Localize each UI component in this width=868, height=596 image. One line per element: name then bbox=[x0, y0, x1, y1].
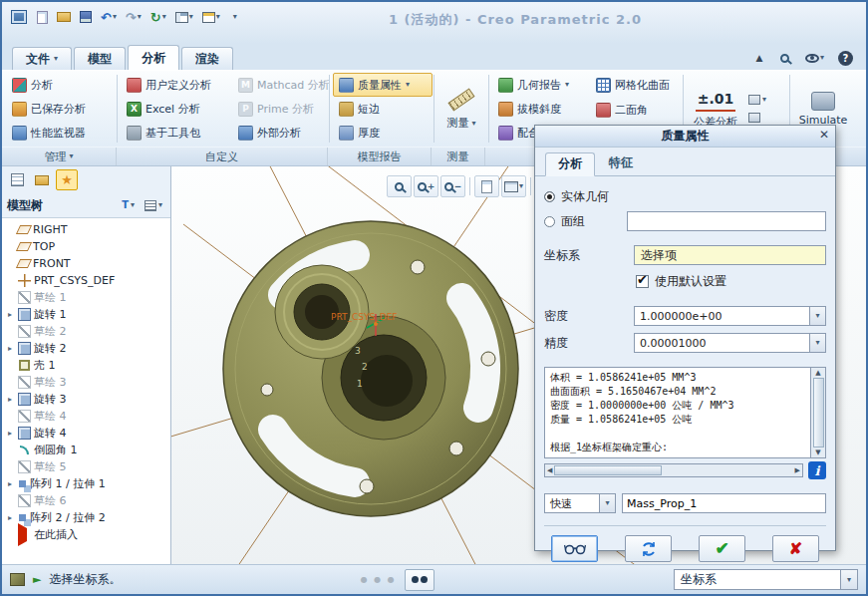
tree-filter-button[interactable]: T▾ bbox=[119, 198, 138, 212]
scrollbar-thumb[interactable] bbox=[554, 465, 662, 475]
search-button[interactable] bbox=[776, 48, 794, 68]
tolerance-option-button[interactable]: ▾ bbox=[746, 93, 768, 107]
regenerate-button[interactable]: ↻▾ bbox=[147, 7, 169, 27]
tree-item-insert-here[interactable]: 在此插入 bbox=[2, 526, 170, 543]
expand-icon[interactable]: ▸ bbox=[5, 344, 15, 353]
folder-browser-tab-button[interactable] bbox=[31, 169, 53, 190]
part-model[interactable] bbox=[223, 221, 518, 516]
tree-item[interactable]: ▸阵列 1 / 拉伸 1 bbox=[2, 475, 170, 492]
quilt-collector-input[interactable] bbox=[627, 211, 826, 231]
saved-analysis-button[interactable]: 已保存分析 bbox=[6, 97, 114, 121]
csys-collector[interactable]: 选择项 bbox=[634, 245, 826, 265]
window-button[interactable]: ▾ bbox=[199, 7, 223, 27]
quick-access-options-button[interactable]: ▾ bbox=[226, 7, 244, 27]
tree-item[interactable]: 草绘 2 bbox=[2, 323, 170, 340]
tree-item[interactable]: ▸旋转 1 bbox=[2, 306, 170, 323]
scroll-up-icon[interactable]: ▲ bbox=[815, 369, 820, 377]
analysis-name-input[interactable] bbox=[622, 493, 826, 513]
tree-settings-button[interactable]: ▾ bbox=[142, 198, 165, 213]
tab-file[interactable]: 文件▾ bbox=[12, 47, 72, 70]
info-icon[interactable]: i bbox=[808, 461, 826, 479]
expand-icon[interactable]: ▸ bbox=[5, 479, 15, 488]
chevron-down-icon[interactable]: ▾ bbox=[189, 13, 193, 21]
scroll-right-icon[interactable]: ▶ bbox=[795, 466, 800, 474]
external-analysis-button[interactable]: 外部分析 bbox=[232, 121, 328, 145]
close-icon[interactable]: ✕ bbox=[819, 128, 829, 142]
tree-item[interactable]: 草绘 1 bbox=[2, 289, 170, 306]
repaint-button[interactable] bbox=[474, 175, 499, 197]
tree-item[interactable]: RIGHT bbox=[2, 221, 170, 238]
toolkit-based-button[interactable]: 基于工具包 bbox=[121, 121, 232, 145]
radio-solid-geometry[interactable] bbox=[544, 191, 555, 202]
chevron-down-icon[interactable]: ▾ bbox=[809, 333, 826, 353]
model-display-button[interactable]: ▾ bbox=[172, 7, 196, 27]
tree-item[interactable]: 倒圆角 1 bbox=[2, 442, 170, 458]
tree-item[interactable]: ▸阵列 2 / 拉伸 2 bbox=[2, 509, 170, 526]
tree-item[interactable]: ▸旋转 2 bbox=[2, 340, 170, 357]
tab-analysis[interactable]: 分析 bbox=[128, 45, 179, 70]
creo-app-button[interactable] bbox=[8, 7, 30, 27]
dialog-tab-analysis[interactable]: 分析 bbox=[545, 152, 595, 176]
draft-analysis-button[interactable]: 拔模斜度 bbox=[492, 97, 590, 121]
analysis-button[interactable]: 分析 bbox=[6, 73, 114, 97]
tree-item[interactable]: TOP bbox=[2, 238, 170, 255]
expand-icon[interactable]: ▸ bbox=[5, 513, 15, 522]
selection-filter[interactable]: 坐标系 ▾ bbox=[674, 569, 858, 590]
scroll-down-icon[interactable]: ▼ bbox=[815, 448, 820, 456]
prime-analysis-button[interactable]: PPrime 分析 bbox=[232, 97, 328, 121]
save-button[interactable] bbox=[77, 7, 95, 27]
chevron-down-icon[interactable]: ▾ bbox=[162, 13, 166, 21]
chevron-down-icon[interactable]: ▾ bbox=[406, 81, 410, 89]
repeat-button[interactable] bbox=[625, 535, 672, 562]
chevron-down-icon[interactable]: ▾ bbox=[565, 81, 569, 89]
tree-item[interactable]: 草绘 5 bbox=[2, 458, 170, 475]
thickness-button[interactable]: 厚度 bbox=[333, 121, 433, 145]
scrollbar-thumb[interactable] bbox=[813, 378, 824, 447]
new-file-button[interactable] bbox=[33, 7, 51, 27]
radio-quilt[interactable] bbox=[544, 216, 555, 227]
tree-item[interactable]: ▸旋转 3 bbox=[2, 391, 170, 408]
tree-item[interactable]: 草绘 6 bbox=[2, 492, 170, 509]
chevron-down-icon[interactable]: ▾ bbox=[113, 13, 117, 21]
results-horizontal-scrollbar[interactable]: ◀ ▶ bbox=[544, 463, 803, 477]
measure-button[interactable]: 测量▾ bbox=[437, 73, 485, 145]
help-button[interactable]: ? bbox=[835, 48, 856, 68]
mesh-surface-button[interactable]: 网格化曲面 bbox=[590, 73, 680, 98]
results-vertical-scrollbar[interactable]: ▲ ▼ bbox=[811, 367, 826, 458]
redo-button[interactable]: ↷▾ bbox=[123, 7, 145, 27]
ok-button[interactable]: ✔ bbox=[699, 535, 745, 562]
favorites-tab-button[interactable]: ★ bbox=[56, 169, 78, 190]
scroll-left-icon[interactable]: ◀ bbox=[547, 466, 552, 474]
tab-render[interactable]: 渲染 bbox=[181, 47, 233, 70]
dialog-tab-feature[interactable]: 特征 bbox=[597, 152, 645, 175]
quick-dropdown[interactable]: 快速 ▾ bbox=[544, 493, 616, 513]
find-button[interactable] bbox=[405, 569, 434, 591]
dialog-title-bar[interactable]: 质量属性 ✕ bbox=[535, 126, 835, 148]
expand-icon[interactable]: ▸ bbox=[5, 429, 15, 438]
tolerance-list-button[interactable] bbox=[746, 111, 768, 125]
undo-button[interactable]: ↶▾ bbox=[98, 7, 120, 27]
tab-model[interactable]: 模型 bbox=[74, 47, 126, 70]
user-defined-analysis-button[interactable]: 用户定义分析 bbox=[121, 73, 232, 97]
geometry-report-button[interactable]: 几何报告▾ bbox=[492, 73, 590, 97]
mathcad-analysis-button[interactable]: MMathcad 分析 bbox=[232, 73, 328, 97]
tree-item[interactable]: 壳 1 bbox=[2, 357, 170, 374]
dihedral-angle-button[interactable]: 二面角 bbox=[590, 98, 680, 123]
zoom-out-button[interactable]: − bbox=[440, 175, 465, 197]
chevron-down-icon[interactable]: ▾ bbox=[138, 13, 142, 21]
tree-item[interactable]: PRT_CSYS_DEF bbox=[2, 272, 170, 289]
chevron-down-icon[interactable]: ▾ bbox=[599, 493, 616, 513]
short-edge-button[interactable]: 短边 bbox=[333, 97, 433, 121]
tree-item[interactable]: 草绘 3 bbox=[2, 374, 170, 391]
display-style-button[interactable]: ▾ bbox=[501, 175, 526, 197]
use-default-checkbox[interactable]: ✔ bbox=[636, 275, 649, 288]
group-label-manage[interactable]: 管理▾ bbox=[2, 148, 117, 165]
chevron-down-icon[interactable]: ▾ bbox=[216, 13, 220, 21]
density-combo[interactable]: 1.000000e+00 ▾ bbox=[634, 306, 826, 326]
cancel-button[interactable]: ✘ bbox=[772, 535, 819, 562]
open-button[interactable] bbox=[54, 7, 74, 27]
expand-icon[interactable]: ▸ bbox=[5, 310, 15, 319]
preview-button[interactable] bbox=[551, 535, 598, 562]
tree-item[interactable]: 草绘 4 bbox=[2, 408, 170, 425]
performance-monitor-button[interactable]: 性能监视器 bbox=[6, 121, 114, 145]
